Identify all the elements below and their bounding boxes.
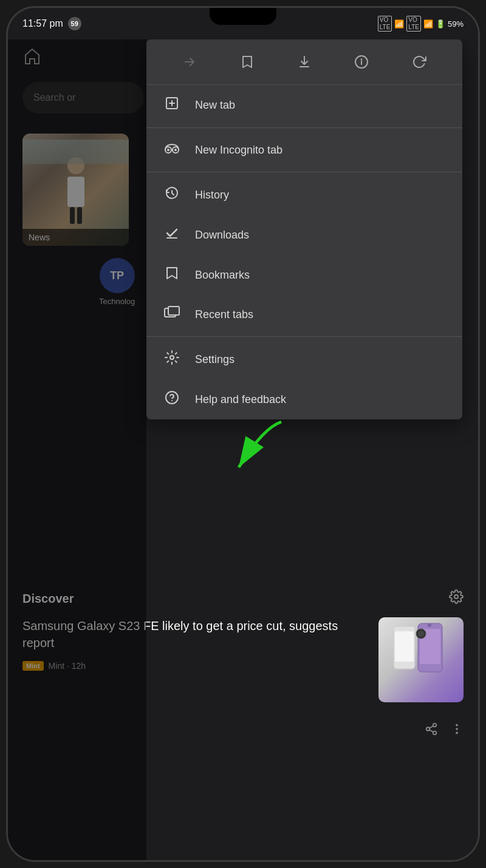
menu-label-bookmarks: Bookmarks	[195, 269, 250, 282]
menu-label-downloads: Downloads	[195, 229, 249, 242]
menu-divider-1	[146, 127, 462, 128]
svg-rect-31	[168, 307, 179, 315]
downloads-icon	[163, 226, 180, 244]
menu-label-settings: Settings	[195, 353, 234, 366]
recent-tabs-icon	[163, 306, 180, 323]
svg-line-15	[430, 726, 433, 728]
svg-rect-5	[395, 631, 414, 662]
status-time: 11:57 pm	[22, 18, 63, 29]
svg-point-27	[167, 149, 169, 151]
signal-bars-2-icon: 📶	[423, 19, 433, 29]
menu-label-history: History	[195, 189, 229, 202]
settings-icon	[163, 350, 180, 368]
svg-point-17	[456, 728, 458, 730]
menu-item-bookmarks[interactable]: Bookmarks	[146, 255, 462, 295]
browser-content: Search or News	[8, 39, 478, 860]
menu-item-help[interactable]: Help and feedback	[146, 379, 462, 419]
menu-item-history[interactable]: History	[146, 175, 462, 215]
svg-point-16	[456, 724, 458, 727]
menu-label-help: Help and feedback	[195, 393, 286, 406]
incognito-icon	[163, 141, 180, 158]
menu-toolbar	[146, 39, 462, 85]
article-image	[378, 617, 464, 702]
menu-label-new-tab: New tab	[195, 99, 235, 112]
help-icon	[163, 390, 180, 409]
bookmarks-icon	[163, 266, 180, 284]
share-icon[interactable]	[425, 722, 438, 739]
article-image-placeholder	[378, 617, 464, 702]
battery-percent: 59%	[448, 19, 464, 29]
notification-badge: 59	[68, 17, 81, 30]
menu-item-settings[interactable]: Settings	[146, 339, 462, 379]
menu-label-incognito: New Incognito tab	[195, 144, 282, 157]
menu-divider-3	[146, 336, 462, 337]
svg-point-34	[171, 400, 173, 401]
refresh-button[interactable]	[406, 49, 432, 75]
menu-label-recent-tabs: Recent tabs	[195, 308, 253, 321]
status-right: VOLTE 📶 VOLTE 📶 🔋 59%	[378, 16, 464, 32]
history-icon	[163, 186, 180, 204]
svg-point-11	[433, 724, 437, 727]
svg-point-18	[456, 732, 458, 734]
signal-bars-1-icon: 📶	[394, 19, 404, 29]
bookmark-button[interactable]	[234, 49, 260, 75]
menu-item-new-tab[interactable]: New tab	[146, 85, 462, 125]
notch	[210, 8, 276, 25]
chrome-menu: New tab New Incognito tab	[146, 39, 462, 419]
green-arrow-annotation	[214, 416, 287, 476]
svg-line-14	[430, 730, 433, 732]
svg-point-12	[426, 727, 430, 731]
more-options-icon[interactable]	[450, 722, 464, 739]
svg-point-13	[433, 731, 437, 735]
phone-frame: 11:57 pm 59 VOLTE 📶 VOLTE 📶 🔋 59% Search	[6, 6, 480, 862]
svg-point-28	[174, 149, 177, 151]
article-footer	[425, 722, 464, 739]
new-tab-icon	[163, 96, 180, 114]
forward-button[interactable]	[177, 49, 202, 75]
discover-settings-icon[interactable]	[449, 589, 464, 608]
svg-point-32	[170, 356, 174, 359]
svg-point-8	[428, 623, 431, 627]
svg-point-10	[418, 631, 424, 637]
backdrop-overlay	[8, 39, 146, 860]
download-button[interactable]	[292, 49, 317, 75]
signal-vo1-icon: VOLTE	[378, 16, 392, 32]
status-time-area: 11:57 pm 59	[22, 17, 81, 30]
battery-icon: 🔋	[436, 19, 445, 29]
signal-vo2-icon: VOLTE	[406, 16, 421, 32]
menu-divider-2	[146, 172, 462, 172]
info-button[interactable]	[349, 49, 374, 75]
menu-item-downloads[interactable]: Downloads	[146, 215, 462, 255]
menu-item-incognito[interactable]: New Incognito tab	[146, 131, 462, 169]
menu-item-recent-tabs[interactable]: Recent tabs	[146, 295, 462, 334]
